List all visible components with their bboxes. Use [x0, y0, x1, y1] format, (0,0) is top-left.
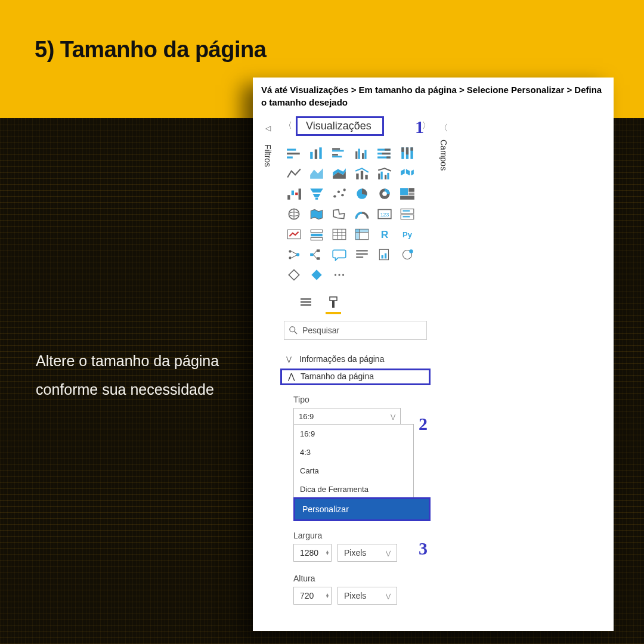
decomposition-tree-icon[interactable]	[306, 246, 327, 264]
type-field-group: Tipo 16:9 ⋁ 16:9 4:3 Carta Dica de Ferra…	[293, 395, 431, 521]
matrix-icon[interactable]	[352, 225, 372, 243]
width-unit-select[interactable]: Pixels ⋁	[338, 544, 397, 562]
powerapps-visual-icon[interactable]	[284, 266, 304, 284]
svg-rect-51	[408, 188, 414, 192]
svg-line-106	[295, 332, 297, 334]
svg-rect-85	[317, 249, 320, 252]
svg-rect-102	[301, 304, 311, 306]
line-stacked-column-icon[interactable]	[352, 165, 372, 182]
svg-line-88	[314, 255, 317, 259]
stacked-bar-chart-icon[interactable]	[284, 144, 304, 162]
type-option-16-9[interactable]: 16:9	[294, 425, 413, 443]
ribbon-chart-icon[interactable]	[397, 165, 417, 182]
svg-line-83	[292, 255, 297, 258]
100pct-stacked-column-icon[interactable]	[397, 144, 417, 162]
visualization-gallery: 123 R Py	[284, 144, 431, 284]
multi-row-card-icon[interactable]	[397, 205, 417, 223]
svg-point-97	[335, 274, 336, 275]
stacked-column-chart-icon[interactable]	[306, 144, 327, 162]
spinner-icon[interactable]: ▴▾	[326, 593, 329, 599]
instruction-text: Vá até Visualizações > Em tamanho da pág…	[261, 83, 605, 109]
filled-map-icon[interactable]	[306, 205, 327, 223]
height-unit-select[interactable]: Pixels ⋁	[338, 587, 397, 605]
chevron-up-icon: ⋀	[288, 371, 295, 381]
get-more-visuals-icon[interactable]	[306, 266, 327, 284]
funnel-chart-icon[interactable]	[306, 185, 327, 203]
search-icon	[289, 326, 298, 335]
svg-text:R: R	[381, 229, 389, 241]
smart-narrative-icon[interactable]	[352, 246, 372, 264]
svg-marker-26	[310, 168, 323, 178]
scatter-chart-icon[interactable]	[329, 185, 349, 203]
line-chart-icon[interactable]	[284, 165, 304, 182]
line-clustered-column-icon[interactable]	[374, 165, 395, 182]
format-tab-icon[interactable]	[326, 295, 341, 310]
more-options-icon[interactable]	[329, 266, 349, 284]
paginated-report-icon[interactable]	[374, 246, 395, 264]
type-option-custom[interactable]: Personalizar	[295, 499, 429, 519]
svg-line-87	[314, 251, 317, 255]
key-influencers-icon[interactable]	[284, 246, 304, 264]
svg-marker-41	[313, 194, 321, 197]
svg-rect-8	[332, 154, 338, 156]
type-select[interactable]: 16:9 ⋁	[293, 408, 401, 425]
arcgis-map-icon[interactable]	[397, 246, 417, 264]
slicer-icon[interactable]	[306, 225, 327, 243]
kpi-icon[interactable]	[284, 225, 304, 243]
clustered-bar-chart-icon[interactable]	[329, 144, 349, 162]
type-option-carta[interactable]: Carta	[294, 462, 413, 480]
r-visual-icon[interactable]: R	[374, 225, 395, 243]
svg-rect-64	[311, 230, 323, 232]
chevron-left-icon: 〈	[439, 123, 448, 134]
chevron-left-icon[interactable]: 〈	[284, 120, 292, 131]
svg-rect-35	[387, 173, 389, 179]
stacked-area-chart-icon[interactable]	[329, 165, 349, 182]
svg-rect-33	[381, 172, 383, 179]
svg-rect-31	[365, 175, 367, 179]
gauge-icon[interactable]	[352, 205, 372, 223]
python-visual-icon[interactable]: Py	[397, 225, 417, 243]
svg-text:Py: Py	[402, 230, 413, 239]
svg-point-43	[333, 195, 336, 197]
expand-left-icon: ◁	[265, 124, 271, 132]
pie-chart-icon[interactable]	[352, 185, 372, 203]
visualizations-title: Visualizações	[296, 116, 384, 136]
100pct-stacked-bar-icon[interactable]	[374, 144, 395, 162]
fields-sidetab[interactable]: 〈 Campos	[439, 123, 448, 171]
waterfall-chart-icon[interactable]	[284, 185, 304, 203]
type-dropdown: 16:9 4:3 Carta Dica de Ferramenta	[293, 424, 414, 499]
map-icon[interactable]	[284, 205, 304, 223]
svg-point-81	[296, 253, 299, 256]
shape-map-icon[interactable]	[329, 205, 349, 223]
type-option-tooltip[interactable]: Dica de Ferramenta	[294, 480, 413, 499]
spinner-icon[interactable]: ▴▾	[326, 550, 329, 556]
card-icon[interactable]: 123	[374, 205, 395, 223]
svg-rect-17	[382, 153, 391, 154]
fields-tab-icon[interactable]	[298, 295, 314, 310]
svg-rect-94	[385, 253, 386, 259]
svg-rect-50	[400, 188, 408, 195]
area-chart-icon[interactable]	[306, 165, 327, 182]
svg-rect-2	[287, 156, 293, 158]
page-info-accordion[interactable]: ⋁ Informações da página	[280, 351, 431, 367]
width-input[interactable]: 1280 ▴▾	[293, 544, 332, 562]
page-size-accordion[interactable]: ⋀ Tamanho da página	[280, 369, 431, 385]
svg-rect-92	[379, 249, 388, 259]
svg-rect-86	[317, 257, 320, 259]
svg-point-49	[382, 191, 387, 196]
svg-rect-13	[364, 150, 366, 159]
svg-rect-1	[287, 153, 300, 154]
height-input[interactable]: 720 ▴▾	[293, 587, 332, 605]
width-value: 1280	[300, 548, 318, 558]
type-label: Tipo	[293, 395, 431, 404]
type-option-4-3[interactable]: 4:3	[294, 443, 413, 462]
treemap-icon[interactable]	[397, 185, 417, 203]
search-input[interactable]: Pesquisar	[284, 321, 427, 340]
svg-marker-40	[310, 188, 323, 193]
table-icon[interactable]	[329, 225, 349, 243]
clustered-column-chart-icon[interactable]	[352, 144, 372, 162]
qa-visual-icon[interactable]	[329, 246, 349, 264]
panel-mode-tabs	[298, 295, 431, 310]
filters-sidetab[interactable]: ◁ Filtros	[261, 124, 274, 167]
donut-chart-icon[interactable]	[374, 185, 395, 203]
